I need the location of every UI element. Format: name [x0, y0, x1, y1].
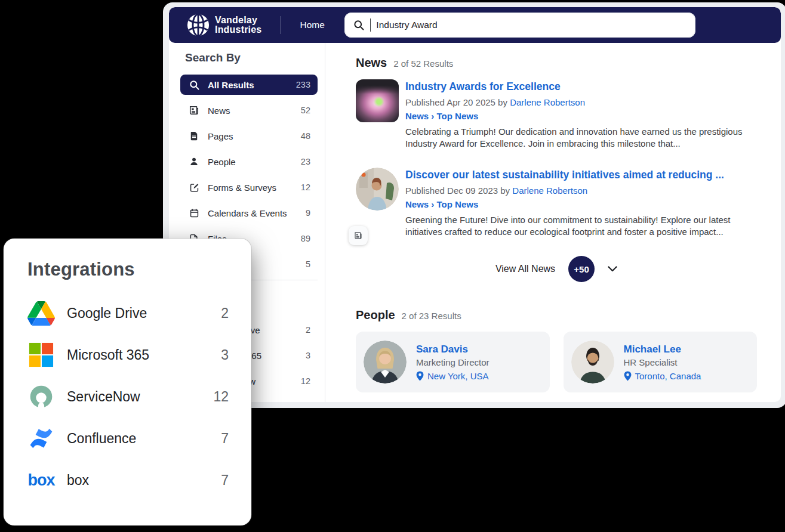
integration-row-microsoft-365[interactable]: Microsoft 365 3: [27, 334, 229, 376]
calendar-icon: [188, 207, 200, 219]
integration-row-servicenow[interactable]: ServiceNow 12: [27, 376, 229, 417]
search-icon: [353, 19, 365, 31]
author-link[interactable]: Darlene Robertson: [510, 97, 585, 107]
box-logo-icon: box: [27, 471, 55, 490]
person-card[interactable]: Michael Lee HR Specialist Toronto, Canad…: [564, 332, 758, 392]
person-name-link[interactable]: Sara Davis: [416, 344, 490, 355]
search-icon: [188, 79, 200, 91]
sidebar-item-count: 5: [306, 259, 310, 269]
app-window-content: Vandelay Industries Home Industry Award: [169, 7, 781, 402]
news-breadcrumb[interactable]: News › Top News: [405, 111, 478, 121]
top-navbar: Vandelay Industries Home Industry Award: [169, 7, 781, 43]
news-result-count: 2 of 52 Results: [393, 58, 453, 69]
sidebar-item-label: People: [208, 157, 293, 167]
brand-name: Vandelay Industries: [215, 16, 261, 35]
people-section-header: People 2 of 23 Results: [356, 308, 757, 322]
form-pencil-icon: [188, 181, 200, 193]
content-area: Search By All Results 233: [169, 43, 781, 402]
integration-label: Google Drive: [67, 305, 209, 321]
news-title-link[interactable]: Discover our latest sustainability initi…: [405, 169, 724, 181]
brand-logo[interactable]: Vandelay Industries: [187, 14, 261, 36]
published-prefix: Published Apr 20 2025 by: [405, 97, 507, 107]
sidebar-item-count: 12: [301, 183, 310, 192]
integration-label: box: [67, 472, 209, 488]
news-published-line: Published Dec 09 2023 by Darlene Roberts…: [405, 185, 755, 196]
sidebar-item-news[interactable]: News 52: [180, 100, 318, 120]
news-thumbnail[interactable]: [356, 168, 399, 238]
news-excerpt: Celebrating a Triumph! Our dedication an…: [405, 126, 755, 150]
sidebar-item-label: Pages: [208, 131, 293, 141]
integration-row-confluence[interactable]: Confluence 7: [27, 417, 229, 459]
integration-count: 7: [221, 431, 229, 447]
view-all-news-row: View All News +50: [356, 256, 757, 282]
microsoft-365-icon: [27, 342, 55, 367]
sidebar-item-label: All Results: [208, 80, 288, 90]
news-excerpt: Greening the Future! Dive into our commi…: [405, 214, 755, 238]
pages-icon: [188, 130, 200, 142]
nav-home-link[interactable]: Home: [300, 20, 324, 30]
sidebar-item-calendars-events[interactable]: Calendars & Events 9: [180, 203, 318, 223]
app-window: Vandelay Industries Home Industry Award: [163, 2, 785, 408]
search-input[interactable]: Industry Award: [344, 13, 695, 38]
avatar: [571, 341, 614, 383]
integration-row-box[interactable]: box box 7: [27, 459, 229, 501]
view-all-news-button[interactable]: View All News: [495, 264, 555, 274]
integration-count: 3: [221, 347, 229, 363]
person-card[interactable]: Sara Davis Marketing Director New York, …: [356, 332, 550, 392]
published-prefix: Published Dec 09 2023 by: [405, 185, 510, 196]
person-thumbnail-image: [356, 168, 399, 211]
people-cards: Sara Davis Marketing Director New York, …: [356, 332, 757, 392]
sidebar-item-count: 3: [306, 351, 310, 360]
person-card-info: Sara Davis Marketing Director New York, …: [416, 344, 490, 381]
integration-row-google-drive[interactable]: Google Drive 2: [27, 292, 229, 334]
integrations-panel: Integrations Google Drive 2: [4, 239, 251, 525]
integrations-list: Google Drive 2 Microsoft 365 3: [27, 292, 229, 501]
location-pin-icon: [416, 371, 424, 381]
news-published-line: Published Apr 20 2025 by Darlene Roberts…: [405, 97, 755, 107]
news-section-header: News 2 of 52 Results: [356, 56, 757, 70]
integration-label: Confluence: [67, 431, 209, 447]
news-result-item: Discover our latest sustainability initi…: [356, 168, 757, 238]
news-breadcrumb[interactable]: News › Top News: [405, 199, 478, 209]
avatar: [364, 341, 407, 383]
person-card-info: Michael Lee HR Specialist Toronto, Canad…: [624, 344, 701, 381]
location-text: New York, USA: [427, 371, 489, 381]
stage: Vandelay Industries Home Industry Award: [0, 0, 785, 532]
integration-count: 2: [221, 305, 229, 321]
news-heading: News: [356, 56, 387, 70]
integration-label: ServiceNow: [67, 389, 201, 405]
globe-logo-icon: [187, 14, 210, 36]
news-result-body: Discover our latest sustainability initi…: [405, 168, 755, 238]
sidebar-item-count: 9: [306, 208, 310, 218]
sidebar-item-people[interactable]: People 23: [180, 151, 318, 172]
text-caret: [370, 18, 371, 32]
sidebar-item-count: 89: [301, 234, 310, 243]
sidebar-item-pages[interactable]: Pages 48: [180, 126, 318, 146]
location-pin-icon: [624, 371, 632, 381]
chevron-down-icon[interactable]: [608, 266, 617, 273]
sidebar-item-count: 233: [296, 80, 310, 89]
sidebar-item-all-results[interactable]: All Results 233: [180, 75, 318, 95]
google-drive-icon: [27, 301, 55, 326]
person-name-link[interactable]: Michael Lee: [624, 344, 701, 355]
people-heading: People: [356, 308, 395, 322]
sidebar-item-count: 23: [301, 157, 310, 166]
tunnel-thumbnail-image: [356, 79, 399, 122]
news-type-badge: [349, 226, 368, 245]
search-results: News 2 of 52 Results Industry Awards for…: [325, 43, 781, 402]
sidebar-item-label: Forms & Surveys: [208, 183, 293, 193]
sidebar-item-count: 52: [301, 106, 310, 115]
servicenow-icon: [27, 383, 55, 410]
news-thumbnail[interactable]: [356, 79, 399, 150]
people-result-count: 2 of 23 Results: [402, 311, 461, 321]
search-query-text: Industry Award: [376, 20, 437, 30]
location-text: Toronto, Canada: [635, 371, 701, 381]
sidebar-item-count: 12: [301, 376, 310, 386]
person-location: New York, USA: [416, 371, 490, 381]
sidebar-item-label: Calendars & Events: [208, 208, 298, 218]
more-results-badge[interactable]: +50: [568, 256, 595, 282]
author-link[interactable]: Darlene Robertson: [512, 185, 587, 196]
sidebar-item-forms-surveys[interactable]: Forms & Surveys 12: [180, 177, 318, 197]
person-icon: [188, 156, 200, 168]
news-title-link[interactable]: Industry Awards for Excellence: [405, 81, 561, 93]
